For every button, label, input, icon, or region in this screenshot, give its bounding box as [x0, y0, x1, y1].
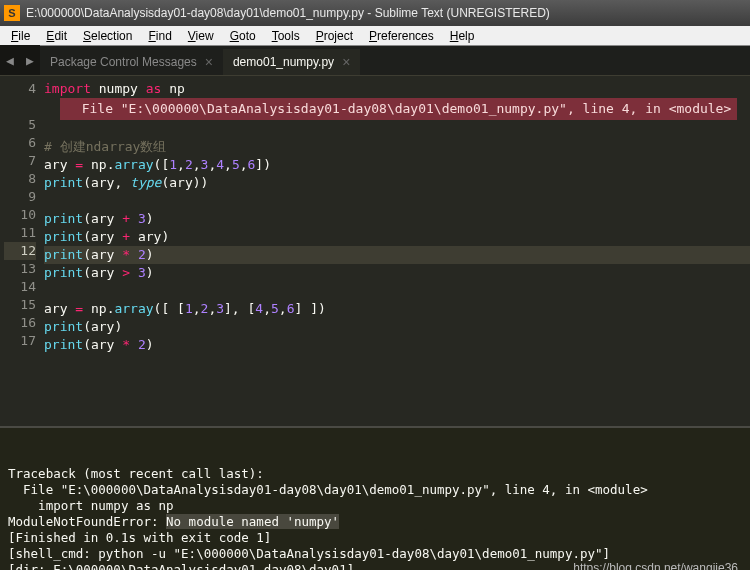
menu-preferences[interactable]: Preferences — [362, 28, 441, 44]
menu-help[interactable]: Help — [443, 28, 482, 44]
code-line[interactable]: import numpy as np — [44, 80, 750, 98]
menu-find[interactable]: Find — [141, 28, 178, 44]
line-number: 16 — [4, 314, 36, 332]
line-number: 8 — [4, 170, 36, 188]
menu-file[interactable]: File — [4, 28, 37, 44]
code-line[interactable]: ary = np.array([1,2,3,4,5,6]) — [44, 156, 750, 174]
line-number: 13 — [4, 260, 36, 278]
code-area[interactable]: import numpy as np File "E:\000000\DataA… — [44, 76, 750, 426]
tab-label: Package Control Messages — [50, 55, 197, 69]
tab[interactable]: Package Control Messages× — [40, 49, 223, 75]
tab-nav: ◀ ▶ — [0, 45, 40, 75]
line-number: 17 — [4, 332, 36, 350]
console-line: Traceback (most recent call last): — [8, 466, 742, 482]
menu-goto[interactable]: Goto — [223, 28, 263, 44]
title-bar: S E:\000000\DataAnalysisday01-day08\day0… — [0, 0, 750, 26]
code-line[interactable]: print(ary + ary) — [44, 228, 750, 246]
line-number: 11 — [4, 224, 36, 242]
code-line[interactable]: print(ary, type(ary)) — [44, 174, 750, 192]
menu-tools[interactable]: Tools — [265, 28, 307, 44]
close-icon[interactable]: × — [342, 54, 350, 70]
tab-row: ◀ ▶ Package Control Messages×demo01_nump… — [0, 46, 750, 76]
inline-error: File "E:\000000\DataAnalysisday01-day08\… — [60, 98, 737, 120]
line-number: 14 — [4, 278, 36, 296]
code-line[interactable] — [44, 192, 750, 210]
code-line[interactable]: print(ary) — [44, 318, 750, 336]
line-number: 6 — [4, 134, 36, 152]
menu-bar: FileEditSelectionFindViewGotoToolsProjec… — [0, 26, 750, 46]
code-line[interactable]: # 创建ndarray数组 — [44, 138, 750, 156]
code-line[interactable]: print(ary > 3) — [44, 264, 750, 282]
code-line[interactable]: ary = np.array([ [1,2,3], [4,5,6] ]) — [44, 300, 750, 318]
line-number: 9 — [4, 188, 36, 206]
code-line[interactable] — [44, 120, 750, 138]
build-output-panel[interactable]: Traceback (most recent call last): File … — [0, 426, 750, 570]
code-line[interactable]: print(ary * 2) — [44, 246, 750, 264]
nav-left-icon[interactable]: ◀ — [6, 53, 14, 68]
code-line[interactable] — [44, 282, 750, 300]
nav-right-icon[interactable]: ▶ — [26, 53, 34, 68]
line-gutter: 4 567891011121314151617 — [0, 76, 44, 426]
line-number: 10 — [4, 206, 36, 224]
console-line: [Finished in 0.1s with exit code 1] — [8, 530, 742, 546]
tab-label: demo01_numpy.py — [233, 55, 334, 69]
menu-view[interactable]: View — [181, 28, 221, 44]
line-number: 15 — [4, 296, 36, 314]
console-line: import numpy as np — [8, 498, 742, 514]
line-number: 7 — [4, 152, 36, 170]
menu-selection[interactable]: Selection — [76, 28, 139, 44]
close-icon[interactable]: × — [205, 54, 213, 70]
editor[interactable]: 4 567891011121314151617 import numpy as … — [0, 76, 750, 426]
watermark: https://blog.csdn.net/wangjie36 — [573, 560, 738, 570]
code-line[interactable]: print(ary + 3) — [44, 210, 750, 228]
code-line[interactable]: print(ary * 2) — [44, 336, 750, 354]
tab[interactable]: demo01_numpy.py× — [223, 49, 360, 75]
console-line: File "E:\000000\DataAnalysisday01-day08\… — [8, 482, 742, 498]
line-number: 5 — [4, 116, 36, 134]
line-number: 12 — [4, 242, 36, 260]
app-icon: S — [4, 5, 20, 21]
menu-edit[interactable]: Edit — [39, 28, 74, 44]
console-line: ModuleNotFoundError: No module named 'nu… — [8, 514, 742, 530]
menu-project[interactable]: Project — [309, 28, 360, 44]
line-number: 4 — [4, 80, 36, 98]
window-title: E:\000000\DataAnalysisday01-day08\day01\… — [26, 6, 550, 20]
